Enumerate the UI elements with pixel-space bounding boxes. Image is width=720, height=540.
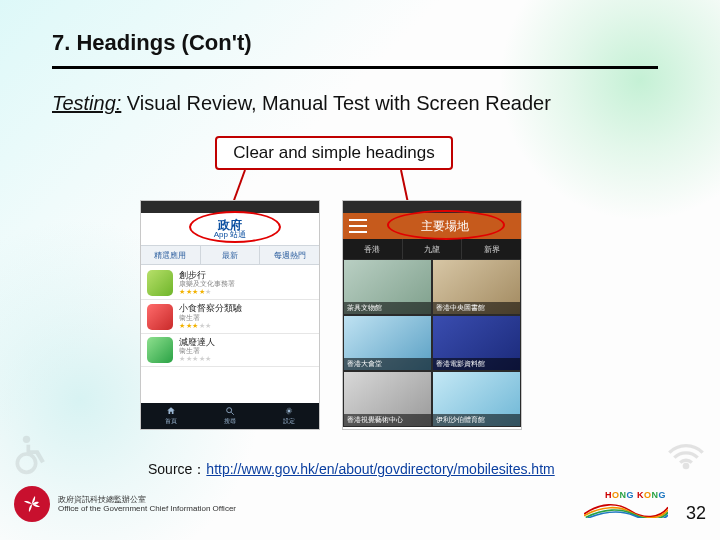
phone2-tab[interactable]: 九龍 <box>403 239 463 259</box>
source-line: Source：http://www.gov.hk/en/about/govdir… <box>148 461 555 479</box>
nav-search[interactable]: 搜尋 <box>200 403 259 429</box>
callout-box: Clear and simple headings <box>215 136 453 170</box>
highlight-ring-icon <box>189 211 281 243</box>
grid-caption: 香港視覺藝術中心 <box>344 414 431 426</box>
wifi-icon <box>666 436 706 476</box>
gear-icon <box>284 406 294 416</box>
phone2-tab[interactable]: 新界 <box>462 239 521 259</box>
svg-line-1 <box>231 412 234 415</box>
phone2-header: 主要場地 <box>343 213 521 239</box>
highlight-ring-icon <box>387 210 505 240</box>
grid-caption: 香港中央圖書館 <box>433 302 520 314</box>
home-icon <box>166 406 176 416</box>
nav-label: 首頁 <box>165 417 177 426</box>
app-name: 創步行 <box>179 270 235 280</box>
grid-cell[interactable]: 香港大會堂 <box>343 315 432 371</box>
phone1-tab[interactable]: 每週熱門 <box>260 246 319 264</box>
nav-label: 搜尋 <box>224 417 236 426</box>
phone2-grid: 茶具文物館 香港中央圖書館 香港大會堂 香港電影資料館 香港視覺藝術中心 伊利沙… <box>343 259 521 427</box>
bauhinia-icon <box>14 486 50 522</box>
testing-line: Testing: Visual Review, Manual Test with… <box>52 92 551 115</box>
grid-caption: 香港大會堂 <box>344 358 431 370</box>
phone-mock-2: 主要場地 香港 九龍 新界 茶具文物館 香港中央圖書館 香港大會堂 香港電影資料… <box>342 200 522 430</box>
app-publisher: 衞生署 <box>179 314 242 322</box>
menu-icon[interactable] <box>349 219 367 233</box>
phone2-tab[interactable]: 香港 <box>343 239 403 259</box>
nav-settings[interactable]: 設定 <box>260 403 319 429</box>
slide: 7. Headings (Con't) Testing: Visual Revi… <box>0 0 720 540</box>
phone-mock-1: 政府 App 站通 精選應用 最新 每週熱門 創步行 康樂及文化事務署 ★★★★… <box>140 200 320 430</box>
heading-rule <box>52 66 658 69</box>
list-item[interactable]: 減廢達人 衞生署 ★★★★★ <box>141 334 319 367</box>
testing-label: Testing: <box>52 92 121 114</box>
star-rating-icon: ★★★★★ <box>179 355 215 363</box>
search-icon <box>225 406 235 416</box>
app-name: 小食督察分類驗 <box>179 303 242 313</box>
source-link[interactable]: http://www.gov.hk/en/about/govdirectory/… <box>206 461 554 477</box>
phone1-bottom-nav: 首頁 搜尋 設定 <box>141 403 319 429</box>
ogcio-logo: 政府資訊科技總監辦公室 Office of the Government Chi… <box>14 486 236 522</box>
phone1-tab[interactable]: 精選應用 <box>141 246 201 264</box>
ogcio-text: 政府資訊科技總監辦公室 Office of the Government Chi… <box>58 495 236 513</box>
brand-text: HONG KONG <box>605 490 666 500</box>
phone2-tabs: 香港 九龍 新界 <box>343 239 521 259</box>
grid-cell[interactable]: 香港中央圖書館 <box>432 259 521 315</box>
list-item[interactable]: 創步行 康樂及文化事務署 ★★★★★ <box>141 267 319 300</box>
grid-cell[interactable]: 香港視覺藝術中心 <box>343 371 432 427</box>
source-label: Source： <box>148 461 206 477</box>
grid-cell[interactable]: 伊利沙伯體育館 <box>432 371 521 427</box>
grid-caption: 茶具文物館 <box>344 302 431 314</box>
phone1-tabs: 精選應用 最新 每週熱門 <box>141 245 319 265</box>
app-icon <box>147 270 173 296</box>
nav-home[interactable]: 首頁 <box>141 403 200 429</box>
svg-point-3 <box>23 436 30 443</box>
app-icon <box>147 337 173 363</box>
callout-text: Clear and simple headings <box>233 143 434 163</box>
slide-heading: 7. Headings (Con't) <box>52 30 252 56</box>
list-item[interactable]: 小食督察分類驗 衞生署 ★★★★★ <box>141 300 319 333</box>
grid-cell[interactable]: 茶具文物館 <box>343 259 432 315</box>
star-rating-icon: ★★★★★ <box>179 288 235 296</box>
grid-cell[interactable]: 香港電影資料館 <box>432 315 521 371</box>
ribbon-icon <box>584 500 668 518</box>
wheelchair-icon <box>10 432 54 476</box>
app-publisher: 康樂及文化事務署 <box>179 280 235 288</box>
brand-hong-kong-logo: HONG KONG <box>590 490 666 518</box>
page-number: 32 <box>686 503 706 524</box>
app-name: 減廢達人 <box>179 337 215 347</box>
testing-desc: Visual Review, Manual Test with Screen R… <box>121 92 550 114</box>
star-rating-icon: ★★★★★ <box>179 322 242 330</box>
nav-label: 設定 <box>283 417 295 426</box>
example-phones: 政府 App 站通 精選應用 最新 每週熱門 創步行 康樂及文化事務署 ★★★★… <box>140 200 522 430</box>
ogcio-en: Office of the Government Chief Informati… <box>58 504 236 513</box>
svg-point-0 <box>227 408 232 413</box>
phone1-tab[interactable]: 最新 <box>201 246 261 264</box>
ogcio-cn: 政府資訊科技總監辦公室 <box>58 495 236 504</box>
svg-point-4 <box>17 454 35 472</box>
phone1-title-area: 政府 App 站通 <box>141 213 319 245</box>
grid-caption: 伊利沙伯體育館 <box>433 414 520 426</box>
grid-caption: 香港電影資料館 <box>433 358 520 370</box>
phone1-list: 創步行 康樂及文化事務署 ★★★★★ 小食督察分類驗 衞生署 ★★★★★ <box>141 265 319 369</box>
app-icon <box>147 304 173 330</box>
app-publisher: 衞生署 <box>179 347 215 355</box>
